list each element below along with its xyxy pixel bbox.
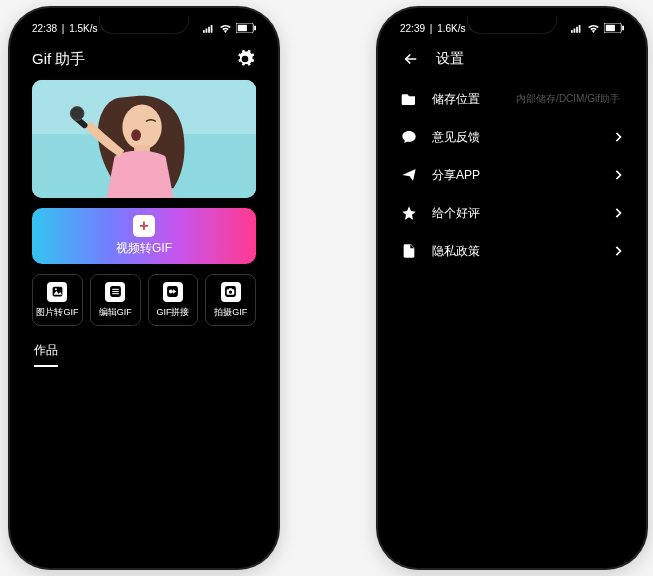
row-feedback[interactable]: 意见反馈 (400, 118, 624, 156)
chevron-right-icon (612, 131, 624, 143)
status-right (203, 23, 256, 33)
settings-title: 设置 (436, 50, 464, 68)
svg-rect-19 (112, 289, 119, 290)
tabs: 作品 (32, 340, 256, 367)
chevron-right-icon (612, 207, 624, 219)
star-icon (400, 204, 418, 222)
record-gif-button[interactable]: 拍摄GIF (205, 274, 256, 326)
row-privacy-policy[interactable]: 隐私政策 (400, 232, 624, 270)
svg-point-11 (131, 129, 141, 141)
svg-rect-16 (53, 287, 63, 297)
plus-icon: + (133, 215, 155, 237)
svg-rect-33 (606, 25, 615, 31)
edit-gif-button[interactable]: 编辑GIF (90, 274, 141, 326)
screen-home: 22:38 | 1.5K/s Gif 助手 (18, 16, 270, 560)
row-storage-location[interactable]: 储存位置 内部储存/DCIM/Gif助手 (400, 80, 624, 118)
row-label: 意见反馈 (432, 129, 612, 146)
settings-list: 储存位置 内部储存/DCIM/Gif助手 意见反馈 分享APP (386, 80, 638, 270)
image-icon (47, 282, 67, 302)
action-label: 编辑GIF (99, 306, 132, 319)
status-sep: | (427, 23, 435, 34)
phone-home: 22:38 | 1.5K/s Gif 助手 (10, 8, 278, 568)
row-share-app[interactable]: 分享APP (400, 156, 624, 194)
back-icon (402, 50, 420, 68)
gear-icon (235, 49, 255, 69)
signal-icon (571, 24, 583, 33)
signal-icon (203, 24, 215, 33)
svg-rect-34 (622, 26, 624, 31)
row-rate-app[interactable]: 给个好评 (400, 194, 624, 232)
svg-point-7 (243, 57, 248, 62)
wifi-icon (587, 23, 600, 33)
svg-point-27 (229, 290, 232, 293)
action-label: GIF拼接 (156, 306, 189, 319)
svg-rect-6 (254, 26, 256, 31)
svg-rect-0 (203, 30, 205, 33)
chevron-right-icon (612, 245, 624, 257)
row-label: 储存位置 (432, 91, 516, 108)
row-label: 给个好评 (432, 205, 612, 222)
folder-icon (400, 90, 418, 108)
wifi-icon (219, 23, 232, 33)
svg-rect-1 (206, 28, 208, 32)
screen-settings: 22:39 | 1.6K/s 设置 储存位置 (386, 16, 638, 560)
battery-icon (604, 23, 624, 33)
svg-point-23 (169, 290, 173, 294)
camera-icon (221, 282, 241, 302)
notch (467, 16, 557, 34)
list-icon (105, 282, 125, 302)
svg-rect-21 (112, 293, 119, 294)
status-time: 22:39 (400, 23, 425, 34)
home-content: + 视频转GIF 图片转GIF 编辑GIF (18, 76, 270, 367)
svg-rect-28 (571, 30, 573, 33)
status-left: 22:39 | 1.6K/s (400, 23, 476, 34)
status-net: 1.5K/s (69, 23, 97, 34)
svg-rect-29 (574, 28, 576, 32)
svg-rect-30 (576, 26, 578, 32)
settings-header: 设置 (386, 40, 638, 80)
document-icon (400, 242, 418, 260)
row-label: 分享APP (432, 167, 612, 184)
svg-rect-26 (229, 288, 232, 290)
action-grid: 图片转GIF 编辑GIF GIF拼接 (32, 274, 256, 326)
app-header: Gif 助手 (18, 40, 270, 76)
status-left: 22:38 | 1.5K/s (32, 23, 108, 34)
hero-image (32, 80, 256, 198)
primary-label: 视频转GIF (116, 240, 172, 257)
svg-point-10 (122, 105, 161, 150)
send-icon (400, 166, 418, 184)
chevron-right-icon (612, 169, 624, 181)
status-net: 1.6K/s (437, 23, 465, 34)
row-value: 内部储存/DCIM/Gif助手 (516, 92, 620, 106)
svg-rect-31 (579, 25, 581, 33)
phone-settings: 22:39 | 1.6K/s 设置 储存位置 (378, 8, 646, 568)
action-label: 图片转GIF (36, 306, 78, 319)
settings-button[interactable] (234, 48, 256, 70)
back-button[interactable] (400, 48, 422, 70)
app-title: Gif 助手 (32, 50, 85, 69)
image-to-gif-button[interactable]: 图片转GIF (32, 274, 83, 326)
svg-rect-2 (208, 26, 210, 32)
merge-icon (163, 282, 183, 302)
chat-icon (400, 128, 418, 146)
status-time: 22:38 (32, 23, 57, 34)
gif-join-button[interactable]: GIF拼接 (148, 274, 199, 326)
row-label: 隐私政策 (432, 243, 612, 260)
battery-icon (236, 23, 256, 33)
tab-works[interactable]: 作品 (34, 342, 58, 367)
svg-rect-3 (211, 25, 213, 33)
status-right (571, 23, 624, 33)
notch (99, 16, 189, 34)
svg-point-17 (55, 288, 57, 290)
svg-rect-20 (112, 291, 119, 292)
svg-rect-5 (238, 25, 247, 31)
video-to-gif-button[interactable]: + 视频转GIF (32, 208, 256, 264)
action-label: 拍摄GIF (214, 306, 247, 319)
status-sep: | (59, 23, 67, 34)
